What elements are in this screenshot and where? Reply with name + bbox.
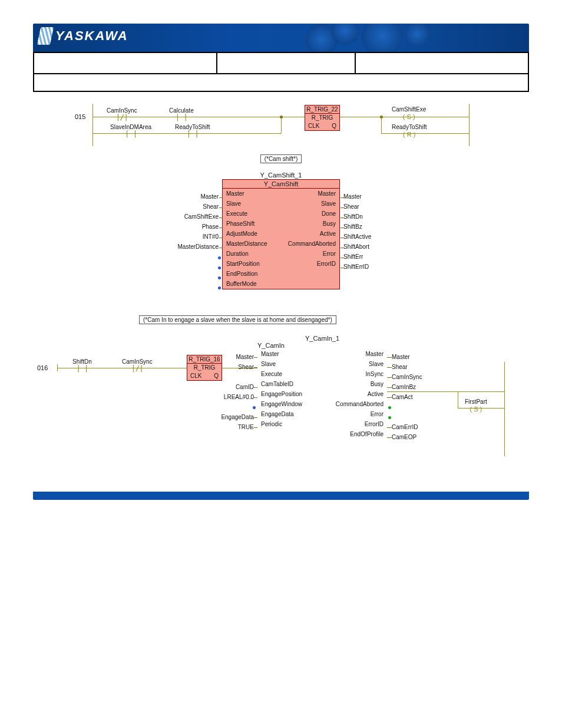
y-camin-box: Y_CamIn MasterMasterSlaveSlaveExecuteInS… xyxy=(257,342,387,439)
camshift-left-label: Shear xyxy=(203,203,219,210)
camin-instance: Y_CamIn_1 xyxy=(257,335,387,342)
camshift-right-label: ShiftDn xyxy=(343,213,363,220)
camin-right-label: CamErrID xyxy=(392,424,418,430)
rtrig-22-clk: CLK xyxy=(308,123,319,129)
camshift-instance: Y_CamShift_1 xyxy=(157,172,405,179)
rung-016: 016 ShiftDn | | CamInSync |/| R_TRIG_16 … xyxy=(57,338,505,474)
coil-firstpart: FirstPart xyxy=(465,398,487,405)
rung-015: 015 CamInSync |/| Calculate | | SlaveInD… xyxy=(92,104,470,146)
camin-port-row: CamTableIDBusy xyxy=(257,379,387,389)
camin-port-row: EndOfProfile xyxy=(257,429,387,439)
camshift-port-row: SlaveSlave xyxy=(223,199,339,209)
rtrig-16-clk: CLK xyxy=(190,373,201,379)
brand-wordmark: YASKAWA xyxy=(55,28,128,44)
rtrig-22-block: R_TRIG_22 R_TRIG CLKQ xyxy=(305,105,340,131)
camin-left-label: LREAL#0.0 xyxy=(203,394,254,400)
camin-right-label: CamAct xyxy=(392,394,413,400)
coil-readytoshift-reset: ReadyToShift xyxy=(392,124,427,130)
coil-set-symbol-1: ( S ) xyxy=(403,113,415,120)
camin-left-label: CamID xyxy=(203,384,254,390)
coil-reset-symbol: ( R ) xyxy=(403,131,415,138)
camin-left-label: Master xyxy=(203,354,254,360)
camin-port-row: MasterMaster xyxy=(257,349,387,359)
rung-number-015: 015 xyxy=(75,113,85,120)
camshift-port-row: EndPosition xyxy=(223,269,339,279)
camshift-right-label: ShiftActive xyxy=(343,233,371,240)
camshift-right-label: ShiftErrID xyxy=(343,263,369,270)
camin-right-label: CamInBz xyxy=(392,384,416,390)
camshift-port-row: ExecuteDone xyxy=(223,209,339,219)
camin-port-row: PeriodicErrorID xyxy=(257,419,387,429)
camin-port-row: SlaveSlave xyxy=(257,359,387,369)
camshift-port-row: MasterMaster xyxy=(223,189,339,199)
camshift-left-label: Phase xyxy=(202,223,219,230)
rung-number-016: 016 xyxy=(37,364,48,371)
camshift-type: Y_CamShift xyxy=(223,180,339,189)
camin-right-label: Master xyxy=(392,354,410,360)
rtrig-22-type: R_TRIG xyxy=(305,114,339,121)
rtrig-22-q: Q xyxy=(332,123,336,129)
brand-mark-icon xyxy=(37,27,54,45)
camin-port-row: EngagePositionActive xyxy=(257,389,387,399)
y-camshift-block: Y_CamShift_1 Y_CamShift MasterMasterSlav… xyxy=(157,172,405,289)
camshift-port-row: DurationError xyxy=(223,249,339,259)
camshift-left-label: INT#0 xyxy=(203,233,219,240)
camin-port-row: EngageWindowCommandAborted xyxy=(257,399,387,409)
camshift-port-row: PhaseShiftBusy xyxy=(223,219,339,229)
camshift-left-label: Master xyxy=(200,193,219,200)
camshift-left-label: MasterDistance xyxy=(178,243,219,250)
coil-camshiftexe: CamShiftExe xyxy=(392,106,426,113)
camshift-port-row: StartPositionErrorID xyxy=(223,259,339,269)
header-table xyxy=(33,52,529,92)
comment-camin: (*Cam In to engage a slave when the slav… xyxy=(139,315,336,324)
camin-port-row: ExecuteInSync xyxy=(257,369,387,379)
camshift-left-label: CamShiftExe xyxy=(184,213,219,220)
camshift-port-row: AdjustModeActive xyxy=(223,229,339,239)
camin-type: Y_CamIn xyxy=(257,342,387,349)
rtrig-22-instance: R_TRIG_22 xyxy=(305,106,339,114)
camin-right-label: CamEOP xyxy=(392,434,416,440)
comment-camshift: (*Cam shift*) xyxy=(260,154,302,163)
camin-right-label: Shear xyxy=(392,364,408,370)
footer-band xyxy=(33,492,529,500)
camshift-right-label: ShiftErr xyxy=(343,253,363,260)
camshift-right-label: Shear xyxy=(343,203,359,210)
camin-right-label: CamInSync xyxy=(392,374,422,380)
camshift-port-row: BufferMode xyxy=(223,279,339,289)
camin-left-label: TRUE xyxy=(203,424,254,430)
camin-left-label: EngageData xyxy=(203,414,254,420)
camshift-right-label: ShiftBz xyxy=(343,223,362,230)
header-band: YASKAWA xyxy=(33,24,529,52)
camshift-right-label: ShiftAbort xyxy=(343,243,369,250)
camshift-port-row: MasterDistanceCommandAborted xyxy=(223,239,339,249)
header-decoration xyxy=(305,24,494,52)
camin-port-row: EngageDataError xyxy=(257,409,387,419)
rtrig-16-q: Q xyxy=(214,373,219,379)
coil-set-symbol-2: ( S ) xyxy=(470,406,482,413)
camin-left-label: Shear xyxy=(203,364,254,370)
camshift-right-label: Master xyxy=(343,193,362,200)
